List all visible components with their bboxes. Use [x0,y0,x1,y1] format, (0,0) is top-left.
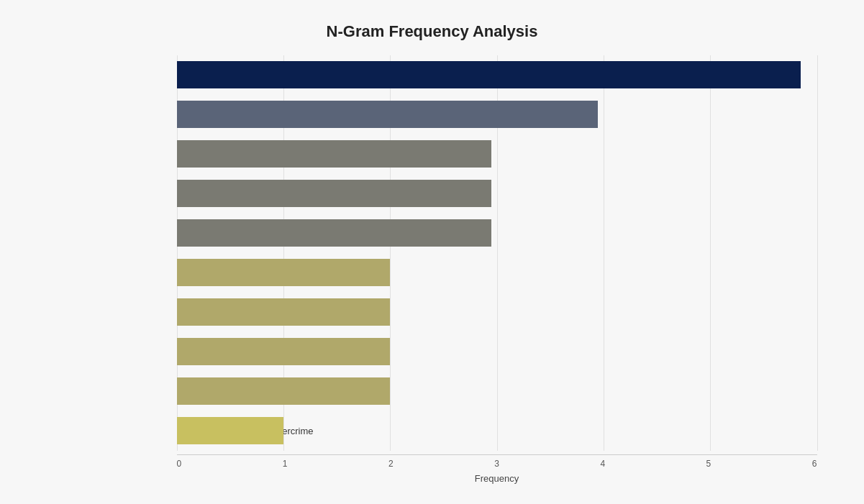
bar-wrapper [177,140,817,168]
bar-wrapper [177,61,817,88]
x-axis: 0123456 Frequency [33,454,832,484]
bar-row: multiple sectors previously [177,253,817,293]
x-tick: 3 [494,459,499,469]
bar-row: target russian organizations [177,95,817,134]
bar-row: organizations multiple sectors [177,174,817,214]
chart-title: N-Gram Frequency Analysis [33,22,832,41]
x-tick: 1 [283,459,288,469]
bar [177,180,492,207]
bar [177,101,599,128]
bar [177,259,391,286]
x-tick: 4 [600,459,605,469]
x-tick: 2 [388,459,394,469]
bar-wrapper [177,338,817,365]
bar [177,377,391,405]
bar-row: sectors previously unknown [177,293,817,332]
bar-row: hash excobalt cybercrime [177,411,817,451]
bar-wrapper [177,180,817,207]
bar-wrapper [177,101,817,128]
bar-wrapper [177,377,817,405]
grid-line [817,55,818,451]
x-ticks: 0123456 [177,459,817,469]
bar-wrapper [177,298,817,326]
bar [177,61,801,88]
bar-wrapper [177,219,817,247]
bar-row: excobalt target russian [177,214,817,253]
x-tick: 6 [812,459,817,469]
x-tick: 5 [706,459,711,469]
x-axis-line [177,454,817,455]
bar-row: russian organizations multiple [177,134,817,174]
bar [177,417,283,444]
bar [177,338,391,365]
x-axis-label: Frequency [177,473,817,484]
bar-wrapper [177,417,817,444]
bar-row: cve cve cve [177,55,817,95]
bar [177,219,492,247]
bar [177,140,492,168]
bar [177,298,391,326]
x-tick: 0 [177,459,182,469]
bar-wrapper [177,259,817,286]
bar-row: positive technologies researchers [177,372,817,411]
chart-container: N-Gram Frequency Analysis cve cve cvetar… [19,8,846,497]
chart-area: cve cve cvetarget russian organizationsr… [33,55,832,451]
bar-row: backdoor know gore [177,332,817,372]
